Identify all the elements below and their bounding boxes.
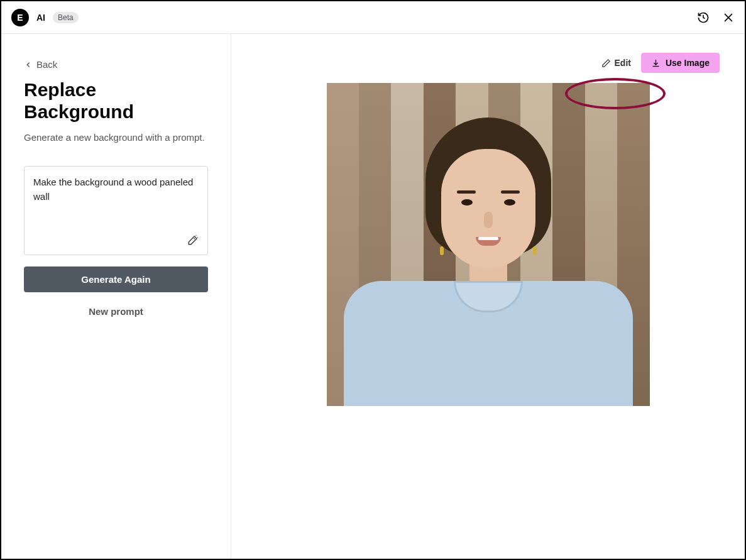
pencil-icon [601, 58, 611, 68]
generate-again-button[interactable]: Generate Again [24, 266, 208, 292]
beta-badge: Beta [53, 12, 79, 23]
download-icon [651, 58, 661, 68]
back-button[interactable]: Back [24, 59, 208, 70]
prompt-box[interactable]: Make the background a wood paneled wall [24, 166, 208, 255]
back-label: Back [36, 59, 57, 70]
chevron-left-icon [24, 60, 33, 69]
use-image-label: Use Image [666, 58, 710, 68]
page-title: Replace Background [24, 79, 208, 123]
edit-button[interactable]: Edit [601, 58, 631, 68]
app-header: E AI Beta [1, 1, 745, 34]
sidebar: Back Replace Background Generate a new b… [1, 34, 231, 559]
app-title: AI [36, 13, 45, 23]
close-icon[interactable] [722, 11, 735, 24]
prompt-input[interactable]: Make the background a wood paneled wall [33, 175, 199, 204]
page-subtitle: Generate a new background with a prompt. [24, 131, 208, 145]
main-layout: Back Replace Background Generate a new b… [1, 34, 745, 559]
content-area: Edit Use Image [231, 34, 745, 559]
content-toolbar: Edit Use Image [256, 53, 720, 73]
wand-icon[interactable] [187, 234, 199, 246]
app-logo: E [11, 9, 29, 26]
new-prompt-button[interactable]: New prompt [24, 306, 208, 317]
preview-image [327, 83, 650, 406]
header-right [697, 11, 735, 24]
use-image-button[interactable]: Use Image [641, 53, 720, 73]
header-left: E AI Beta [11, 9, 79, 26]
history-icon[interactable] [697, 11, 710, 24]
person-portrait [356, 118, 620, 406]
edit-label: Edit [615, 58, 631, 68]
